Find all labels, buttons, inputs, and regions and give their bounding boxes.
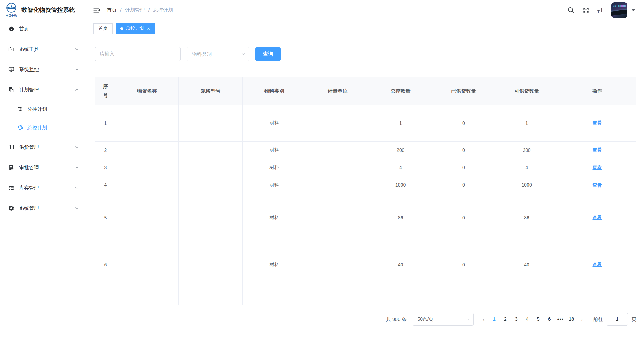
cell-unit — [306, 159, 369, 176]
column-header: 已供货数量 — [432, 77, 495, 105]
cell-action: 查看 — [558, 194, 636, 242]
view-link[interactable]: 查看 — [593, 147, 602, 152]
material-category-select[interactable]: 物料类别 — [187, 47, 249, 61]
search-button[interactable]: 查询 — [255, 47, 281, 61]
sidebar-item-label: 系统管理 — [19, 205, 75, 212]
page-6[interactable]: 6 — [544, 315, 554, 323]
logo-caption: 中国中铁 — [6, 14, 17, 17]
cell-action: 查看 — [558, 176, 636, 194]
user-menu[interactable]: 21 52 — [611, 2, 635, 18]
tab-home[interactable]: 首页 — [93, 23, 113, 34]
cell-available: 200 — [495, 142, 558, 159]
cell-spec — [179, 242, 243, 288]
table-row: 1材料101查看 — [95, 105, 636, 142]
cell-name — [116, 194, 179, 242]
active-dot-icon — [120, 27, 123, 30]
master-control-plan-table: 序号物资名称规格型号物料类别计量单位总控数量已供货数量可供货数量操作 1材料10… — [95, 77, 636, 305]
column-header: 物料类别 — [243, 77, 306, 105]
caret-down-icon[interactable] — [631, 9, 635, 11]
sidebar-item-label: 库存管理 — [19, 185, 75, 191]
view-link[interactable]: 查看 — [593, 165, 602, 170]
chevron-down-icon — [75, 67, 79, 72]
column-header: 总控数量 — [369, 77, 432, 105]
cell-unit — [306, 105, 369, 142]
cell-spec — [179, 159, 243, 176]
cell-seq: 6 — [95, 242, 116, 288]
sidebar-item-label: 计划管理 — [19, 86, 75, 93]
page-1[interactable]: 1 — [489, 315, 499, 323]
prev-page-icon[interactable]: ‹ — [479, 316, 488, 323]
gear-icon — [8, 205, 15, 211]
sidebar-item-label: 系统监控 — [19, 66, 75, 73]
sidebar-item-home[interactable]: 首页 — [0, 19, 86, 39]
sidebar-item-inventory-management[interactable]: 库存管理 — [0, 178, 86, 198]
breadcrumb-master-control-plan: 总控计划 — [153, 7, 173, 13]
cell-unit — [306, 242, 369, 288]
cell-category: 材料 — [243, 242, 306, 288]
table-row: 3材料404查看 — [95, 159, 636, 176]
cell-name — [116, 176, 179, 194]
sidebar-menu: 首页系统工具系统监控计划管理分控计划总控计划供货管理审批管理库存管理系统管理 — [0, 19, 86, 218]
sidebar-item-approval-management[interactable]: 审批管理 — [0, 157, 86, 178]
document-edit-icon — [8, 164, 15, 171]
cell-supplied: 0 — [432, 142, 495, 159]
fold-menu-icon[interactable] — [93, 6, 100, 14]
cell-seq — [95, 288, 116, 306]
sidebar-item-supply-management[interactable]: 供货管理 — [0, 137, 86, 157]
table-row: 5材料86086查看 — [95, 194, 636, 242]
table-row — [95, 288, 636, 306]
page-5[interactable]: 5 — [533, 315, 543, 323]
cell-available: 4 — [495, 159, 558, 176]
column-header: 物资名称 — [116, 77, 179, 105]
cell-category: 材料 — [243, 159, 306, 176]
close-icon[interactable]: × — [147, 26, 150, 31]
dashboard-icon — [8, 26, 15, 32]
sidebar-item-master-control-plan[interactable]: 总控计划 — [0, 118, 86, 137]
cell-unit — [306, 194, 369, 242]
page-size-select[interactable]: 50条/页 — [413, 313, 474, 326]
view-link[interactable]: 查看 — [593, 215, 602, 220]
next-page-icon[interactable]: › — [578, 316, 586, 323]
search-icon[interactable] — [567, 6, 575, 14]
table-row: 4材料100001000查看 — [95, 176, 636, 194]
chevron-down-icon — [241, 52, 246, 56]
sidebar-item-system-monitor[interactable]: 系统监控 — [0, 59, 86, 80]
page-content: 物料类别 查询 序号物资名称规格型号物料类别计量单位总控数量已供货数量可供货数量… — [86, 35, 644, 337]
cell-total — [369, 288, 432, 306]
cell-name — [116, 159, 179, 176]
view-link[interactable]: 查看 — [593, 183, 602, 188]
sidebar-item-label: 分控计划 — [27, 106, 47, 113]
view-link[interactable]: 查看 — [593, 120, 602, 125]
view-link[interactable]: 查看 — [593, 262, 602, 267]
breadcrumb-separator: / — [120, 7, 122, 13]
cell-total: 4 — [369, 159, 432, 176]
breadcrumb-home[interactable]: 首页 — [107, 7, 117, 13]
goto-page-input[interactable] — [607, 313, 628, 326]
page-18[interactable]: 18 — [566, 315, 576, 323]
keyword-input[interactable] — [95, 47, 181, 61]
fullscreen-icon[interactable] — [582, 6, 590, 14]
pagination: 共 900 条 50条/页 ‹123456•••18› 前往 页 — [95, 313, 636, 326]
chevron-down-icon — [75, 165, 79, 170]
sidebar-item-sub-control-plan[interactable]: 分控计划 — [0, 100, 86, 118]
column-header: 序号 — [95, 77, 116, 105]
chevron-down-icon — [75, 206, 79, 210]
monitor-icon — [8, 66, 15, 73]
cell-seq: 1 — [95, 105, 116, 142]
cell-action — [558, 288, 636, 306]
cell-total: 40 — [369, 242, 432, 288]
sidebar-item-system-management[interactable]: 系统管理 — [0, 198, 86, 218]
page-3[interactable]: 3 — [511, 315, 521, 323]
chevron-down-icon — [75, 145, 79, 149]
pager-more-icon[interactable]: ••• — [555, 315, 565, 323]
font-size-icon[interactable]: TT — [597, 7, 604, 14]
documents-icon — [8, 86, 15, 93]
goto-label: 前往 — [593, 316, 603, 323]
sidebar-item-plan-management[interactable]: 计划管理 — [0, 80, 86, 100]
page-4[interactable]: 4 — [522, 315, 532, 323]
tab-master-control-plan[interactable]: 总控计划 × — [116, 23, 155, 34]
chevron-down-icon — [75, 185, 79, 190]
sidebar-item-system-tools[interactable]: 系统工具 — [0, 39, 86, 59]
avatar[interactable]: 21 52 — [611, 2, 627, 18]
page-2[interactable]: 2 — [500, 315, 510, 323]
